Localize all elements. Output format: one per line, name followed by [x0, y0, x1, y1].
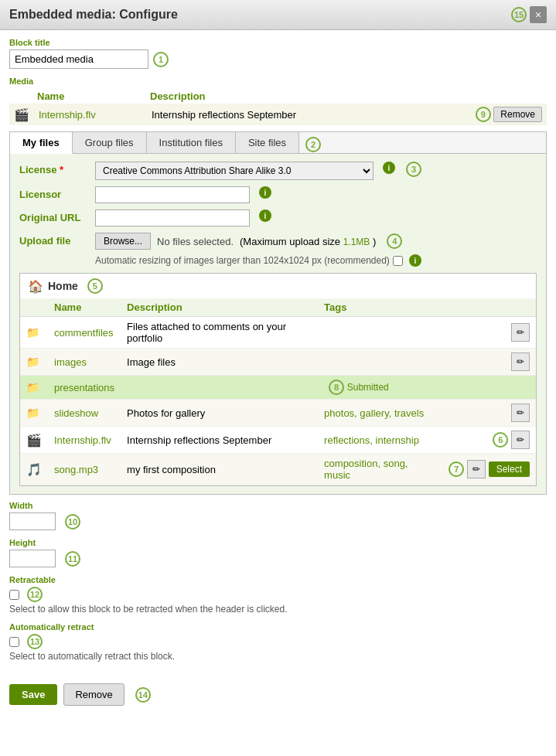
- row-icon: 📁: [20, 376, 48, 400]
- row-actions: 6 ✏: [438, 427, 536, 454]
- file-browser: 🏠 Home 5 Name Description Tags: [19, 273, 537, 486]
- table-row: 📁 presentations 8 Submitted: [20, 376, 536, 400]
- row-tags: composition, song, music: [318, 454, 438, 485]
- tab-content: License * Creative Commons Attribution S…: [10, 154, 546, 494]
- row-tags: photos, gallery, travels: [318, 400, 438, 427]
- row-name: slideshow: [48, 400, 121, 427]
- dialog-header: Embedded media: Configure 15 ×: [0, 0, 556, 30]
- upload-controls: Browse... No files selected. (Maximum up…: [95, 233, 421, 267]
- edit-button[interactable]: ✏: [511, 404, 530, 422]
- max-size-value: 1.1MB: [343, 237, 370, 247]
- close-button[interactable]: ×: [530, 6, 547, 23]
- save-button[interactable]: Save: [9, 684, 57, 705]
- circle-7: 7: [449, 461, 464, 477]
- row-name: song.mp3: [48, 454, 121, 485]
- width-label: Width: [9, 501, 547, 510]
- edit-button[interactable]: ✏: [511, 323, 530, 342]
- license-info-icon[interactable]: i: [383, 162, 395, 174]
- dialog: Embedded media: Configure 15 × Block tit…: [0, 0, 556, 713]
- dialog-title: Embedded media: Configure: [9, 8, 178, 22]
- tab-group-files[interactable]: Group files: [73, 132, 147, 153]
- files-table-header: Name Description Tags: [20, 298, 536, 317]
- table-row: 📁 commentfiles Files attached to comment…: [20, 317, 536, 349]
- home-heading: 🏠 Home 5: [20, 274, 536, 298]
- block-title-label: Block title: [9, 38, 547, 47]
- license-row: License * Creative Commons Attribution S…: [19, 162, 537, 180]
- row-actions: ✏: [438, 400, 536, 427]
- col-desc: Description: [121, 298, 318, 317]
- edit-button[interactable]: ✏: [467, 460, 486, 478]
- media-section: Media Name Description 🎬 Internship.flv …: [9, 77, 547, 125]
- remove-button[interactable]: Remove: [63, 683, 124, 706]
- retractable-label: Retractable: [9, 575, 547, 584]
- circle-5: 5: [87, 278, 103, 294]
- circle-2: 2: [305, 137, 321, 152]
- circle-3: 3: [406, 162, 421, 177]
- row-desc: Files attached to comments on your portf…: [121, 317, 318, 349]
- original-url-input[interactable]: [95, 209, 250, 226]
- licensor-info-icon[interactable]: i: [259, 186, 271, 199]
- width-input[interactable]: [9, 513, 56, 530]
- row-icon: 📁: [20, 400, 48, 427]
- media-file-row: 🎬 Internship.flv Internship reflections …: [9, 104, 547, 125]
- media-col-name: Name: [34, 89, 147, 104]
- upload-label: Upload file: [19, 233, 89, 247]
- circle-9: 9: [476, 107, 491, 122]
- media-file-icon: 🎬: [9, 104, 34, 125]
- browse-button[interactable]: Browse...: [95, 233, 151, 250]
- row-desc: Internship reflections September: [121, 427, 318, 454]
- row-name: Internship.flv: [48, 427, 121, 454]
- circle-12: 12: [27, 587, 43, 602]
- resize-info-icon[interactable]: i: [409, 254, 421, 267]
- circle-8: 8: [329, 380, 344, 395]
- row-tags: reflections, internship: [318, 427, 438, 454]
- row-tags: [318, 349, 438, 376]
- row-submitted: 8 Submitted: [318, 376, 438, 400]
- upload-row: Upload file Browse... No files selected.…: [19, 233, 537, 267]
- circle-1: 1: [153, 52, 169, 67]
- license-select[interactable]: Creative Commons Attribution Share Alike…: [95, 162, 374, 180]
- retractable-row: Retractable 12 Select to allow this bloc…: [9, 575, 547, 615]
- media-label: Media: [9, 77, 547, 86]
- table-row: 📁 slideshow Photos for gallery photos, g…: [20, 400, 536, 427]
- circle-4: 4: [387, 233, 402, 249]
- row-name: presentations: [48, 376, 121, 400]
- height-input[interactable]: [9, 550, 56, 567]
- col-name: Name: [48, 298, 121, 317]
- licensor-input[interactable]: [95, 186, 250, 203]
- max-size-label: (Maximum upload size: [240, 236, 340, 247]
- row-actions: ✏: [438, 349, 536, 376]
- retractable-checkbox[interactable]: [9, 590, 19, 600]
- licensor-label: Licensor: [19, 186, 89, 200]
- media-col-blank: [9, 89, 34, 104]
- resize-label: Automatic resizing of images larger than…: [95, 255, 390, 266]
- original-url-info-icon[interactable]: i: [259, 209, 271, 222]
- upload-browse-row: Browse... No files selected. (Maximum up…: [95, 233, 421, 250]
- circle-11: 11: [65, 551, 80, 567]
- auto-retract-label: Automatically retract: [9, 622, 547, 632]
- resize-checkbox[interactable]: [393, 256, 403, 266]
- media-file-name: Internship.flv: [34, 104, 147, 125]
- row-name: commentfiles: [48, 317, 121, 349]
- row-desc: [121, 376, 318, 400]
- resize-row: Automatic resizing of images larger than…: [95, 254, 421, 267]
- home-icon: 🏠: [28, 279, 43, 294]
- col-icon: [20, 298, 48, 317]
- row-icon: 🎵: [20, 454, 48, 485]
- auto-retract-checkbox[interactable]: [9, 637, 19, 647]
- tab-my-files[interactable]: My files: [10, 132, 73, 154]
- edit-button[interactable]: ✏: [511, 431, 530, 449]
- media-col-action: [409, 89, 547, 104]
- remove-media-button[interactable]: Remove: [493, 107, 542, 122]
- row-icon: 🎬: [20, 427, 48, 454]
- edit-button[interactable]: ✏: [511, 352, 530, 371]
- block-title-input[interactable]: [9, 49, 148, 69]
- tab-site-files[interactable]: Site files: [236, 132, 299, 153]
- original-url-label: Original URL: [19, 209, 89, 223]
- select-button[interactable]: Select: [489, 461, 530, 477]
- auto-retract-row: Automatically retract 13 Select to autom…: [9, 622, 547, 662]
- dialog-body: Block title 1 Media Name Description: [0, 30, 556, 713]
- width-row: Width 10: [9, 501, 547, 530]
- tab-institution-files[interactable]: Institution files: [147, 132, 236, 153]
- media-file-desc: Internship reflections September: [147, 104, 409, 125]
